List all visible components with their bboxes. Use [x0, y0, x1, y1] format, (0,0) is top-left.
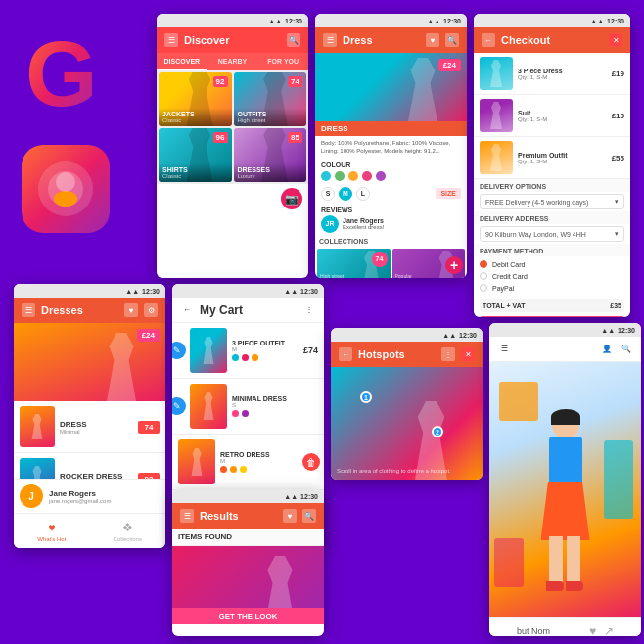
hotspot-1[interactable]: 1: [360, 391, 372, 403]
reviewer-row: JR Jane Rogers Excellent dress!: [321, 215, 461, 233]
search-icon-dress[interactable]: 🔍: [445, 33, 459, 47]
heart-icon-dress[interactable]: ♥: [426, 33, 439, 47]
close-icon-checkout[interactable]: ✕: [609, 33, 622, 47]
fashion-label: but Nom: [517, 626, 550, 636]
radio-debit: [480, 260, 487, 268]
checkout-item-3[interactable]: Premium Outfit Qty: 1, S-M £55: [474, 137, 630, 179]
cart-delete-3[interactable]: 🗑: [302, 453, 320, 471]
cart-dot: [242, 354, 249, 361]
checkout-item-img-2: [480, 99, 513, 132]
cart-dot: [232, 410, 239, 417]
nav-bar-hotspots: ← Hotspots ⋮ ✕: [331, 342, 483, 367]
cart-img-2: [190, 384, 227, 429]
payment-credit[interactable]: Credit Card: [480, 270, 624, 282]
size-row: S M L SIZE: [315, 184, 467, 204]
size-s[interactable]: S: [321, 187, 335, 201]
dresses-price-badge: £24: [137, 329, 160, 342]
colour-orange[interactable]: [348, 171, 358, 181]
tab-discover[interactable]: DISCOVER: [157, 53, 207, 70]
back-icon-checkout[interactable]: ←: [482, 33, 495, 47]
size-m[interactable]: M: [339, 187, 352, 201]
cart-item-2[interactable]: ✎ MINIMAL DRESS S: [172, 379, 324, 435]
dresses-item-1[interactable]: DRESS Minimal 74: [14, 401, 165, 453]
checkout-item-2[interactable]: Suit Qty: 1, S-M £15: [474, 95, 630, 137]
close-icon-hotspots[interactable]: ✕: [461, 347, 475, 361]
cart-edit-2[interactable]: ✎: [172, 397, 186, 415]
bottom-nav: ♥ What's Hot ❖ Collections: [14, 513, 165, 548]
grid-cell-outfits[interactable]: 74 OUTFITS High street: [234, 72, 307, 126]
collections-icon: ❖: [122, 521, 133, 534]
colour-purple[interactable]: [376, 171, 386, 181]
back-icon-hotspots[interactable]: ←: [339, 347, 352, 361]
screen-discover: ▲▲12:30 ☰ Discover 🔍 DISCOVER NEARBY FOR…: [157, 14, 308, 278]
user-row: J Jane Rogers jane.rogers@gmail.com: [14, 479, 165, 513]
delivery-options-dropdown[interactable]: FREE Delivery (4-5 working days) ▾: [480, 194, 624, 209]
payment-paypal[interactable]: PayPal: [480, 282, 624, 294]
filter-icon-dresses[interactable]: ⚙: [144, 303, 158, 317]
nav-collections[interactable]: ❖ Collections: [90, 514, 166, 548]
menu-icon-results[interactable]: ☰: [180, 509, 194, 523]
hotspot-2[interactable]: 2: [432, 426, 443, 437]
status-bar-dresses: ▲▲12:30: [14, 284, 165, 298]
menu-icon-dress[interactable]: ☰: [323, 33, 337, 47]
checkout-item-1[interactable]: 3 Piece Dress Qty: 1, S-M £19: [474, 53, 630, 95]
coll-outfits[interactable]: 74 High street OUTFITS: [317, 249, 391, 278]
cart-item-1[interactable]: ✎ 3 PIECE OUTFIT M £74: [172, 323, 324, 379]
cart-img-3: [178, 439, 215, 484]
menu-icon-fashion[interactable]: ☰: [497, 343, 511, 356]
colour-pink[interactable]: [362, 171, 372, 181]
share-icon-fashion[interactable]: ↗: [604, 624, 614, 637]
svg-point-5: [56, 172, 75, 192]
colour-green[interactable]: [335, 171, 345, 181]
status-bar-fashion: ▲▲12:30: [489, 323, 641, 337]
checkout-item-img-1: [480, 57, 513, 90]
fashion-person: [522, 401, 610, 617]
cart-item-3[interactable]: RETRO DRESS M £19 🗑: [172, 435, 324, 490]
collections-bar: 74 High street OUTFITS Popular LUXURY: [315, 247, 467, 278]
discover-tabs: DISCOVER NEARBY FOR YOU: [157, 53, 308, 70]
dress-hero-image: £24: [315, 53, 467, 121]
nav-bar-discover: ☰ Discover 🔍: [157, 27, 308, 53]
radio-credit: [480, 272, 487, 280]
heart-icon-dresses[interactable]: ♥: [124, 303, 138, 317]
screen-results: ▲▲12:30 ☰ Results ♥ 🔍 ITEMS FOUND GET TH…: [172, 489, 324, 636]
delivery-address-dropdown[interactable]: 90 Kilburn Way London, W9 4HH ▾: [480, 226, 624, 242]
screen-dresses: ▲▲12:30 ☰ Dresses ♥ ⚙ £24 DRESS Minimal …: [14, 284, 165, 548]
payment-debit[interactable]: Debit Card: [480, 258, 624, 270]
buy-now-button[interactable]: BUY NOW: [480, 316, 624, 317]
search-icon-results[interactable]: 🔍: [302, 509, 316, 523]
add-fab[interactable]: +: [445, 256, 463, 274]
heart-icon-results[interactable]: ♥: [283, 509, 297, 523]
nav-bar-checkout: ← Checkout ✕: [474, 27, 630, 53]
more-icon-cart[interactable]: ⋮: [302, 303, 316, 317]
grid-cell-dresses[interactable]: 85 DRESSES Luxury: [234, 128, 307, 182]
status-bar-discover: ▲▲12:30: [157, 14, 308, 27]
nav-bar-fashion: ☰ 👤 🔍: [489, 337, 641, 362]
camera-fab[interactable]: 📷: [281, 188, 302, 209]
dress-section-title: DRESS: [315, 121, 467, 136]
search-icon-discover[interactable]: 🔍: [287, 33, 300, 47]
user-icon-fashion[interactable]: 👤: [600, 343, 614, 356]
tab-for-you[interactable]: FOR YOU: [257, 53, 308, 70]
nav-whats-hot[interactable]: ♥ What's Hot: [14, 514, 90, 548]
get-the-look-bar[interactable]: GET THE LOOK: [172, 608, 324, 624]
screen-dress: ▲▲12:30 ☰ Dress ♥ 🔍 £24 DRESS Body: 100%…: [315, 14, 467, 278]
screen-hotspots: ▲▲12:30 ← Hotspots ⋮ ✕ 1 2 Scroll in are…: [331, 328, 483, 480]
tab-nearby[interactable]: NEARBY: [207, 53, 258, 70]
delivery-address-label: DELIVERY ADDRESS: [474, 211, 630, 224]
more-icon-hotspots[interactable]: ⋮: [441, 347, 455, 361]
size-l[interactable]: L: [356, 187, 370, 201]
category-grid: 92 JACKETS Classic 74 OUTFITS High stree…: [157, 70, 308, 184]
colour-teal[interactable]: [321, 171, 331, 181]
cart-edit-1[interactable]: ✎: [172, 342, 186, 359]
status-bar-results: ▲▲12:30: [172, 489, 324, 503]
menu-icon[interactable]: ☰: [164, 33, 178, 47]
heart-icon-fashion[interactable]: ♥: [589, 624, 596, 637]
menu-icon-dresses[interactable]: ☰: [22, 303, 35, 317]
cart-dot: [230, 466, 237, 473]
back-icon-cart[interactable]: ←: [180, 303, 194, 317]
grid-cell-jackets[interactable]: 92 JACKETS Classic: [159, 72, 232, 126]
nav-bar-results: ☰ Results ♥ 🔍: [172, 503, 324, 529]
search-icon-fashion[interactable]: 🔍: [620, 343, 633, 356]
grid-cell-shirts[interactable]: 96 SHIRTS Classic: [159, 128, 232, 182]
